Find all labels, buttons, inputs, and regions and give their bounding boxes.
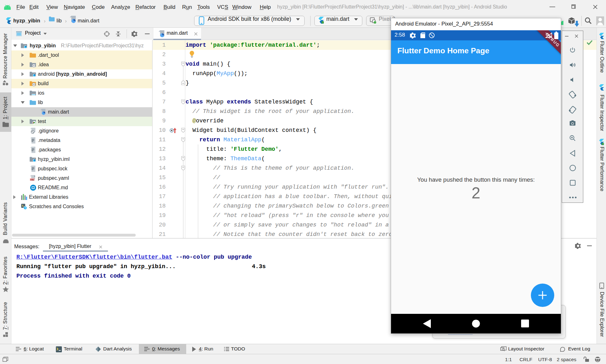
svg-text:YML: YML — [30, 179, 34, 181]
